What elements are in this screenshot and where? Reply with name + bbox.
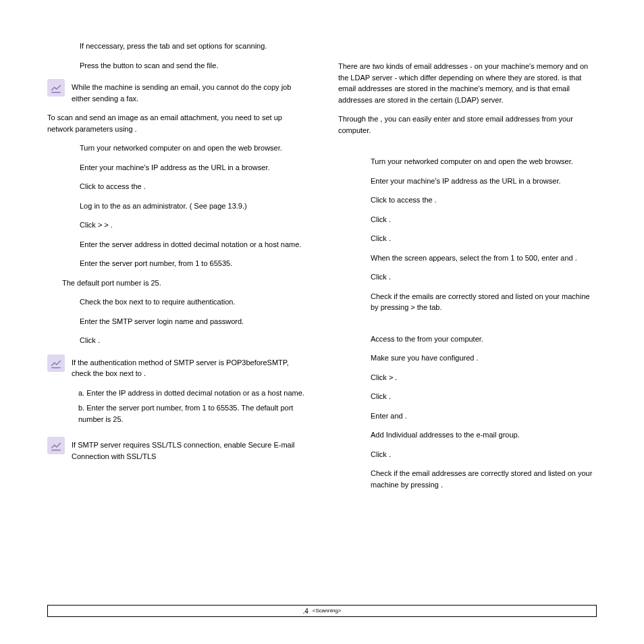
step-text: Check if the email addresses are correct… (371, 468, 597, 490)
list-step: 2.Make sure you have configured . (338, 352, 597, 364)
list-step: 2.Enter your machine's IP address as the… (338, 176, 597, 187)
step-text: Click > . (371, 372, 597, 383)
note-line: If the authentication method of SMTP ser… (72, 357, 306, 379)
right-column: There are two kinds of email addresses -… (338, 41, 597, 498)
step-sub: The default port number is 25. (47, 277, 306, 289)
note-line: b. Enter the server port number, from 1 … (78, 402, 306, 425)
list-step: 7.Enter the server port number, from 1 t… (47, 258, 306, 269)
note-line: a. Enter the IP address in dotted decima… (78, 387, 306, 399)
step-text: Click > > . (80, 219, 306, 231)
page-number: .4 (302, 606, 308, 616)
step-text: Add Individual addresses to the e-mail g… (371, 429, 597, 441)
list-step: 4.Click . (338, 391, 597, 402)
step-text: Enter the server address in dotted decim… (80, 239, 306, 250)
list-step: 8.Check if the email addresses are corre… (338, 468, 597, 490)
list-step: 6.Add Individual addresses to the e-mail… (338, 429, 597, 441)
step-text: Click . (80, 335, 306, 346)
note-block: If the authentication method of SMTP ser… (47, 354, 306, 429)
step-text: Enter the SMTP server login name and pas… (80, 316, 306, 327)
note-text: If the authentication method of SMTP ser… (72, 354, 306, 429)
step-text: Turn your networked computer on and open… (80, 142, 306, 154)
step-text: Click . (371, 449, 597, 460)
list-step: 7.Click . (338, 449, 597, 460)
note-block: While the machine is sending an email, y… (47, 79, 306, 104)
step-text: Check if the emails are correctly stored… (371, 291, 597, 313)
list-step: 4.Click . (338, 214, 597, 225)
page-footer: .4 <Scanning> (47, 605, 597, 617)
step-text: Click . (371, 233, 597, 244)
step-text: Click to access the . (80, 181, 306, 192)
list-step: 8.Check the box next to to require authe… (47, 296, 306, 308)
list-step: 1.Turn your networked computer on and op… (47, 142, 306, 154)
note-text: If SMTP server requires SSL/TLS connecti… (72, 437, 306, 462)
list-step: 8.Check if the emails are correctly stor… (338, 291, 597, 313)
body-text: There are two kinds of email addresses -… (338, 61, 597, 105)
list-step: 5.Click > > . (47, 219, 306, 231)
step-text: Enter your machine's IP address as the U… (371, 176, 597, 187)
note-block: If SMTP server requires SSL/TLS connecti… (47, 437, 306, 462)
step-text: Make sure you have configured . (371, 352, 597, 364)
step-text: Click . (371, 271, 597, 283)
step-text: Check the box next to to require authent… (80, 296, 306, 308)
section-label: <Scanning> (313, 607, 342, 615)
step-text: Enter and . (371, 410, 597, 422)
note-text: While the machine is sending an email, y… (72, 79, 306, 104)
list-step: 4.Log in to the as an administrator. ( S… (47, 200, 306, 212)
list-step: 2.Enter your machine's IP address as the… (47, 162, 306, 173)
left-column: • If neccessary, press the tab and set o… (47, 41, 306, 498)
step-text: Click to access the . (371, 194, 597, 206)
list-step: 1.Access to the from your computer. (338, 333, 597, 345)
intro-step: • If neccessary, press the tab and set o… (47, 41, 306, 52)
step-text: When the screen appears, select the from… (371, 252, 597, 264)
step-text: Enter your machine's IP address as the U… (80, 162, 306, 173)
list-step: 3.Click to access the . (338, 194, 597, 206)
list-step: 1.Turn your networked computer on and op… (338, 156, 597, 167)
step-text: If neccessary, press the tab and set opt… (80, 41, 306, 52)
list-step: 5.Click . (338, 233, 597, 244)
step-text: Enter the server port number, from 1 to … (80, 258, 306, 269)
step-text: Access to the from your computer. (371, 333, 597, 345)
body-text: To scan and send an image as an email at… (47, 112, 306, 134)
note-icon (47, 79, 65, 97)
step-text: Click . (371, 214, 597, 225)
list-step: 6.Enter the server address in dotted dec… (47, 239, 306, 250)
list-step: 7.Click . (338, 271, 597, 283)
intro-step: • Press the button to scan and send the … (47, 60, 306, 72)
list-step: 3.Click > . (338, 372, 597, 383)
step-text: Turn your networked computer on and open… (371, 156, 597, 167)
list-step: 9.Enter the SMTP server login name and p… (47, 316, 306, 327)
list-step: 10.Click . (47, 335, 306, 346)
note-icon (47, 354, 65, 372)
list-step: 3.Click to access the . (47, 181, 306, 192)
note-icon (47, 437, 65, 454)
step-text: Press the button to scan and send the fi… (80, 60, 306, 72)
list-step: 6.When the screen appears, select the fr… (338, 252, 597, 264)
body-text: Through the , you can easily enter and s… (338, 113, 597, 136)
step-text: Click . (371, 391, 597, 402)
step-text: Log in to the as an administrator. ( See… (80, 200, 306, 212)
list-step: 5.Enter and . (338, 410, 597, 422)
